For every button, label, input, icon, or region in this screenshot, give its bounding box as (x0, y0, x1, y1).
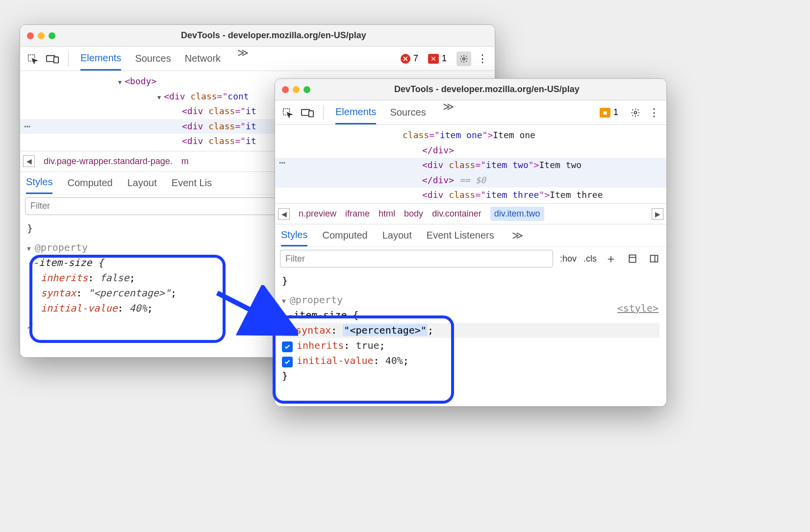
css-val[interactable]: 40% (385, 355, 403, 366)
dom-tree[interactable]: ⋯ class="item one">Item one </div> <div … (275, 125, 666, 203)
css-val[interactable]: "<percentage>" (343, 324, 428, 336)
zoom-window-icon[interactable] (49, 32, 55, 39)
window-controls (282, 86, 310, 93)
styles-subtabs: Styles Computed Layout Event Listeners ≫ (275, 224, 666, 246)
titlebar[interactable]: DevTools - developer.mozilla.org/en-US/p… (20, 25, 495, 47)
tab-sources[interactable]: Sources (135, 47, 171, 71)
more-subtabs-icon[interactable]: ≫ (512, 229, 523, 242)
subtab-events[interactable]: Event Lis (172, 172, 212, 194)
css-selector[interactable]: --item-size { (282, 309, 359, 321)
issue-count: 1 (613, 107, 618, 118)
subtab-styles[interactable]: Styles (26, 172, 52, 194)
styles-pane[interactable]: } @property <style> --item-size { syntax… (275, 270, 666, 406)
subtab-computed[interactable]: Computed (67, 172, 112, 194)
breadcrumb-item[interactable]: div.page-wrapper.standard-page. (44, 156, 173, 167)
tab-elements[interactable]: Elements (335, 100, 376, 124)
filter-bar: :hov .cls ＋ (275, 246, 666, 270)
caret-down-icon[interactable] (118, 76, 125, 86)
kebab-menu-icon[interactable]: ⋮ (647, 105, 661, 120)
css-val[interactable]: "<percentage>" (88, 287, 171, 299)
panel-tabs: Elements Sources ≫ (335, 100, 454, 124)
breadcrumb[interactable]: ◀ n.preview iframe html body div.contain… (275, 203, 666, 224)
dom-close[interactable]: </div> (422, 145, 454, 155)
subtab-events[interactable]: Event Listeners (427, 224, 494, 246)
panel-tabs: Elements Sources Network ≫ (80, 47, 249, 71)
computed-icon[interactable] (625, 251, 640, 266)
device-toggle-icon[interactable] (44, 51, 61, 66)
dom-text: Item three (550, 190, 603, 200)
dom-class[interactable]: item two (486, 160, 529, 170)
css-val[interactable]: false (100, 272, 129, 284)
css-prop[interactable]: syntax (41, 287, 76, 299)
css-prop[interactable]: syntax (296, 324, 331, 336)
css-prop[interactable]: initial-value (41, 302, 118, 314)
issue-badge[interactable]: ■ 1 (600, 107, 618, 118)
settings-button[interactable] (628, 105, 643, 120)
gutter-dots-icon: ⋯ (279, 153, 299, 171)
hov-button[interactable]: :hov (560, 254, 577, 264)
error-count: 7 (413, 53, 418, 64)
toggle-sidebar-icon[interactable] (647, 251, 661, 266)
caret-down-icon[interactable] (157, 91, 164, 101)
tab-elements[interactable]: Elements (80, 47, 121, 71)
cls-button[interactable]: .cls (583, 254, 597, 264)
issue-badge[interactable]: ✕ 1 (428, 53, 447, 64)
gear-icon (459, 54, 468, 64)
subtab-layout[interactable]: Layout (127, 172, 157, 194)
main-toolbar: Elements Sources Network ≫ ✕ 7 ✕ 1 ⋮ (20, 47, 495, 71)
dom-body[interactable]: <body> (125, 76, 156, 86)
checkbox-icon[interactable] (282, 341, 293, 352)
css-prop[interactable]: inherits (297, 339, 344, 351)
dom-class: cont (228, 91, 249, 101)
new-rule-icon[interactable]: ＋ (604, 251, 618, 266)
breadcrumb-right-icon[interactable]: ▶ (652, 208, 663, 220)
titlebar[interactable]: DevTools - developer.mozilla.org/en-US/p… (275, 79, 666, 100)
css-val[interactable]: true (355, 339, 379, 351)
divider (68, 51, 69, 66)
minimize-window-icon[interactable] (38, 32, 45, 39)
subtab-styles[interactable]: Styles (281, 224, 307, 246)
css-prop[interactable]: inherits (41, 272, 88, 284)
source-link[interactable]: <style> (617, 301, 658, 316)
tab-network[interactable]: Network (185, 47, 221, 71)
breadcrumb-item[interactable]: html (379, 209, 395, 219)
dom-text: Item two (539, 160, 582, 170)
breadcrumb-item-selected[interactable]: div.item.two (490, 207, 544, 221)
close-window-icon[interactable] (282, 86, 289, 93)
subtab-computed[interactable]: Computed (322, 224, 367, 246)
at-property-header[interactable]: @property (282, 292, 659, 308)
breadcrumb-item[interactable]: div.container (432, 209, 481, 219)
svg-rect-9 (651, 255, 658, 262)
error-badge[interactable]: ✕ 7 (401, 53, 418, 64)
device-toggle-icon[interactable] (299, 105, 316, 120)
css-prop[interactable]: initial-value (297, 355, 374, 366)
tab-sources[interactable]: Sources (390, 100, 426, 124)
kebab-menu-icon[interactable]: ⋮ (475, 51, 490, 66)
close-window-icon[interactable] (27, 32, 34, 39)
breadcrumb-item[interactable]: n.preview (299, 209, 336, 219)
issue-count: 1 (442, 53, 447, 64)
breadcrumb-item[interactable]: body (404, 209, 423, 219)
zoom-window-icon[interactable] (304, 86, 310, 93)
inspect-icon[interactable] (280, 105, 295, 120)
css-val[interactable]: 40% (129, 302, 147, 314)
devtools-window-2: DevTools - developer.mozilla.org/en-US/p… (275, 78, 667, 407)
more-tabs-icon[interactable]: ≫ (443, 100, 454, 124)
subtab-layout[interactable]: Layout (382, 224, 412, 246)
breadcrumb-left-icon[interactable]: ◀ (278, 208, 290, 220)
inspect-icon[interactable] (25, 51, 40, 66)
window-controls (27, 32, 55, 39)
breadcrumb-item[interactable]: iframe (345, 209, 370, 219)
dom-class[interactable]: item three (486, 190, 539, 200)
selected-marker: == $0 (459, 175, 486, 185)
window-title: DevTools - developer.mozilla.org/en-US/p… (59, 30, 488, 41)
issue-icon: ■ (600, 108, 610, 118)
more-tabs-icon[interactable]: ≫ (237, 47, 249, 71)
filter-input[interactable] (280, 250, 553, 267)
settings-button[interactable] (456, 51, 471, 66)
breadcrumb-item[interactable]: m (181, 156, 189, 167)
checkbox-icon[interactable] (282, 357, 293, 367)
breadcrumb-left-icon[interactable]: ◀ (23, 155, 35, 167)
css-selector[interactable]: --item-size { (27, 257, 104, 268)
minimize-window-icon[interactable] (293, 86, 300, 93)
